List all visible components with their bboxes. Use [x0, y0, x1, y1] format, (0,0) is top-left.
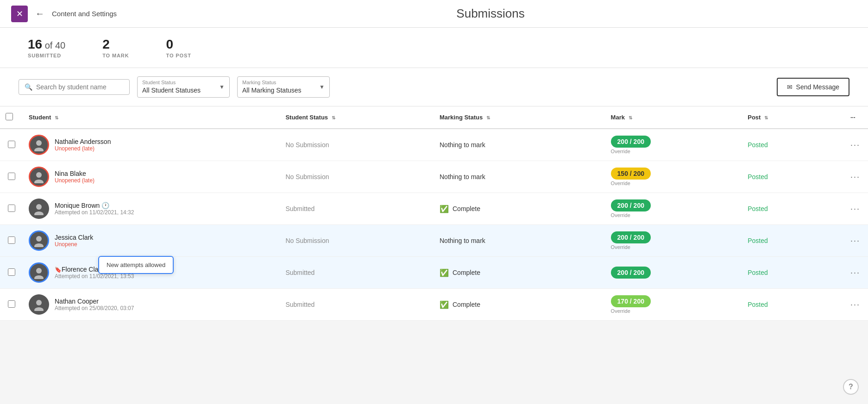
row-checkbox[interactable]: [8, 173, 15, 180]
marking-status-text: Nothing to mark: [440, 237, 485, 244]
mark-badge[interactable]: 150 / 200: [611, 168, 651, 180]
student-status-value: Submitted: [285, 269, 314, 276]
row-checkbox[interactable]: [8, 236, 15, 244]
row-checkbox[interactable]: [8, 141, 15, 148]
mark-badge[interactable]: 200 / 200: [611, 199, 651, 211]
more-options-button[interactable]: ···: [850, 140, 860, 150]
mark-cell[interactable]: 200 / 200: [605, 257, 742, 289]
student-name[interactable]: Monique Brown 🕐: [55, 202, 134, 209]
student-status-cell: No Submission: [280, 161, 434, 193]
sort-student-status-icon: ⇅: [332, 115, 335, 120]
post-cell: Posted: [742, 161, 845, 193]
svg-point-7: [34, 243, 44, 247]
table-row[interactable]: Nathan Cooper Attempted on 25/08/2020, 0…: [0, 289, 868, 321]
marking-status-text: Nothing to mark: [440, 173, 485, 180]
student-status-cell: Submitted: [280, 193, 434, 225]
table-row[interactable]: Jessica Clark Unopene New attempts allow…: [0, 225, 868, 257]
mark-cell-wrap: 170 / 200 Override: [611, 295, 737, 314]
more-options-cell: ···: [845, 129, 868, 161]
mark-cell[interactable]: 200 / 200 Override: [605, 129, 742, 161]
student-status-cell: No Submission: [280, 129, 434, 161]
row-checkbox-cell: [0, 161, 23, 193]
to-mark-stat: 2 TO MARK: [102, 37, 129, 58]
select-all-header: [0, 106, 23, 129]
student-cell: Jessica Clark Unopene New attempts allow…: [23, 225, 280, 257]
svg-point-3: [34, 180, 44, 183]
mark-cell[interactable]: 200 / 200 Override: [605, 193, 742, 225]
student-name[interactable]: Nathalie Andersson: [55, 138, 111, 145]
mark-badge[interactable]: 200 / 200: [611, 136, 651, 148]
more-options-cell: ···: [845, 193, 868, 225]
post-status: Posted: [748, 237, 768, 244]
row-checkbox[interactable]: [8, 300, 15, 308]
marking-status-select[interactable]: All Marking Statuses: [242, 87, 325, 94]
svg-point-4: [36, 204, 42, 210]
override-label[interactable]: Override: [611, 212, 630, 218]
override-label[interactable]: Override: [611, 308, 630, 314]
override-label[interactable]: Override: [611, 244, 630, 250]
search-wrap: 🔍: [19, 79, 130, 95]
send-message-button[interactable]: ✉ Send Message: [777, 78, 849, 96]
submissions-table: Student ⇅ Student Status ⇅ Marking Statu…: [0, 106, 868, 321]
override-label[interactable]: Override: [611, 180, 630, 186]
mark-badge[interactable]: 200 / 200: [611, 231, 651, 243]
mark-cell[interactable]: 200 / 200 Override: [605, 225, 742, 257]
post-status: Posted: [748, 173, 768, 180]
more-options-cell: ···: [845, 289, 868, 321]
student-status-label: Student Status: [142, 80, 225, 85]
table-row[interactable]: Nathalie Andersson Unopened (late) No Su…: [0, 129, 868, 161]
filters-bar: 🔍 Student Status All Student Statuses ▼ …: [0, 68, 868, 106]
sort-mark-icon: ⇅: [629, 115, 632, 120]
svg-point-6: [36, 236, 42, 242]
override-label[interactable]: Override: [611, 149, 630, 154]
student-cell: Monique Brown 🕐 Attempted on 11/02/2021,…: [23, 193, 280, 225]
table-row[interactable]: Nina Blake Unopened (late) No Submission…: [0, 161, 868, 193]
student-status-cell: Submitted: [280, 257, 434, 289]
table-row[interactable]: Monique Brown 🕐 Attempted on 11/02/2021,…: [0, 193, 868, 225]
post-cell: Posted: [742, 193, 845, 225]
post-status: Posted: [748, 205, 768, 212]
more-options-button[interactable]: ···: [850, 172, 860, 182]
more-options-cell: ···: [845, 161, 868, 193]
select-all-checkbox[interactable]: [6, 113, 13, 120]
search-input[interactable]: [36, 83, 124, 91]
more-options-button[interactable]: ···: [850, 268, 860, 278]
post-header[interactable]: Post ⇅: [742, 106, 845, 129]
mark-cell[interactable]: 170 / 200 Override: [605, 289, 742, 321]
more-options-button[interactable]: ···: [850, 300, 860, 310]
more-options-button[interactable]: ···: [850, 204, 860, 214]
more-options-cell: ···: [845, 257, 868, 289]
marking-status-label: Marking Status: [242, 80, 325, 85]
more-options-button[interactable]: ···: [850, 236, 860, 246]
avatar: [29, 199, 49, 219]
mark-badge[interactable]: 200 / 200: [611, 267, 651, 279]
mark-cell-wrap: 200 / 200 Override: [611, 231, 737, 250]
page-title: Submissions: [124, 6, 857, 21]
mark-cell[interactable]: 150 / 200 Override: [605, 161, 742, 193]
to-mark-count: 2: [102, 37, 129, 52]
student-header[interactable]: Student ⇅: [23, 106, 280, 129]
student-name[interactable]: Jessica Clark: [55, 234, 93, 241]
student-info: Nathan Cooper Attempted on 25/08/2020, 0…: [55, 298, 134, 311]
sort-student-icon: ⇅: [55, 115, 58, 120]
close-button[interactable]: ✕: [11, 6, 28, 22]
row-checkbox[interactable]: [8, 268, 15, 276]
back-button[interactable]: ←: [35, 8, 44, 19]
row-checkbox[interactable]: [8, 205, 15, 212]
student-name[interactable]: Nina Blake: [55, 170, 94, 177]
marking-status-text: Complete: [453, 205, 480, 212]
to-mark-label: TO MARK: [102, 53, 129, 58]
student-status-header[interactable]: Student Status ⇅: [280, 106, 434, 129]
svg-point-0: [36, 140, 42, 146]
student-cell: Nina Blake Unopened (late): [23, 161, 280, 193]
mark-badge[interactable]: 170 / 200: [611, 295, 651, 307]
mark-header[interactable]: Mark ⇅: [605, 106, 742, 129]
sort-marking-status-icon: ⇅: [486, 115, 490, 120]
check-icon: ✅: [440, 268, 449, 277]
student-status-select[interactable]: All Student Statuses: [142, 87, 225, 94]
svg-point-5: [34, 211, 44, 215]
marking-status-header[interactable]: Marking Status ⇅: [434, 106, 605, 129]
mark-cell-wrap: 200 / 200 Override: [611, 136, 737, 154]
marking-status-cell: ✅ Complete: [434, 193, 605, 225]
student-name[interactable]: Nathan Cooper: [55, 298, 134, 305]
